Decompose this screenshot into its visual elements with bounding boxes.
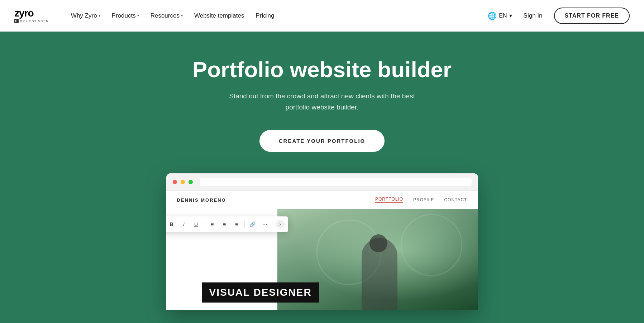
logo-sub: H BY HOSTINGER bbox=[14, 19, 49, 23]
nav-links: Why Zyro ▾ Products ▾ Resources ▾ Websit… bbox=[66, 9, 488, 22]
nav-item-why-zyro[interactable]: Why Zyro ▾ bbox=[66, 9, 105, 22]
chevron-down-icon: ▾ bbox=[99, 14, 100, 18]
browser-minimize-dot bbox=[181, 180, 185, 184]
signin-button[interactable]: Sign In bbox=[519, 9, 547, 22]
site-content: Dennis Moreno / 2019 VISUAL DESIGNER X bbox=[166, 209, 478, 310]
logo[interactable]: zyro H BY HOSTINGER bbox=[14, 8, 49, 23]
toolbar-separator-4 bbox=[273, 221, 273, 228]
align-left-button[interactable]: ≡ bbox=[207, 219, 217, 229]
nav-item-pricing[interactable]: Pricing bbox=[251, 9, 279, 22]
align-right-button[interactable]: ≡ bbox=[232, 219, 242, 229]
site-nav-portfolio[interactable]: PORTFOLIO bbox=[375, 197, 403, 203]
browser-url-bar bbox=[200, 178, 472, 186]
hero-title: Portfolio website builder bbox=[192, 57, 452, 82]
bold-button[interactable]: B bbox=[167, 219, 177, 229]
nav-right: 🌐 EN ▾ Sign In START FOR FREE bbox=[488, 8, 630, 24]
browser-close-dot bbox=[173, 180, 177, 184]
browser-mockup: DENNIS MORENO PORTFOLIO PROFILE CONTACT … bbox=[166, 173, 478, 310]
link-button[interactable]: 🔗 bbox=[248, 219, 258, 229]
nav-item-website-templates[interactable]: Website templates bbox=[189, 9, 249, 22]
globe-icon: 🌐 bbox=[488, 11, 497, 20]
site-nav-contact[interactable]: CONTACT bbox=[444, 197, 467, 202]
nav-item-products[interactable]: Products ▾ bbox=[107, 9, 144, 22]
chevron-down-icon: ▾ bbox=[509, 12, 512, 19]
chevron-down-icon: ▾ bbox=[137, 14, 139, 18]
navbar: zyro H BY HOSTINGER Why Zyro ▾ Products … bbox=[0, 0, 644, 32]
site-logo: DENNIS MORENO bbox=[177, 197, 226, 203]
browser-maximize-dot bbox=[189, 180, 193, 184]
person-head bbox=[369, 234, 387, 252]
more-options-button[interactable]: ⋯ bbox=[260, 219, 270, 229]
designer-label: VISUAL DESIGNER bbox=[202, 282, 319, 303]
toolbar-close-button[interactable]: × bbox=[276, 220, 285, 229]
chevron-down-icon: ▾ bbox=[181, 14, 183, 18]
language-selector[interactable]: 🌐 EN ▾ bbox=[488, 11, 512, 20]
hero-section: Portfolio website builder Stand out from… bbox=[0, 32, 644, 323]
text-toolbar: XL Heading ▾ B I U ≡ ≡ ≡ 🔗 ⋯ × bbox=[166, 216, 288, 232]
underline-button[interactable]: U bbox=[191, 219, 201, 229]
browser-bar bbox=[166, 173, 478, 191]
toolbar-separator-3 bbox=[244, 221, 245, 228]
site-nav: DENNIS MORENO PORTFOLIO PROFILE CONTACT bbox=[166, 191, 478, 209]
site-nav-profile[interactable]: PROFILE bbox=[413, 197, 434, 202]
svg-point-1 bbox=[401, 215, 462, 276]
start-free-button[interactable]: START FOR FREE bbox=[554, 8, 630, 24]
hostinger-icon: H bbox=[14, 19, 19, 23]
nav-item-resources[interactable]: Resources ▾ bbox=[146, 9, 188, 22]
logo-text: zyro bbox=[14, 8, 49, 18]
site-nav-links: PORTFOLIO PROFILE CONTACT bbox=[375, 197, 467, 203]
italic-button[interactable]: I bbox=[179, 219, 189, 229]
hero-cta-button[interactable]: CREATE YOUR PORTFOLIO bbox=[259, 130, 385, 152]
toolbar-separator-2 bbox=[204, 221, 204, 228]
align-center-button[interactable]: ≡ bbox=[219, 219, 229, 229]
hero-subtitle: Stand out from the crowd and attract new… bbox=[222, 91, 423, 113]
